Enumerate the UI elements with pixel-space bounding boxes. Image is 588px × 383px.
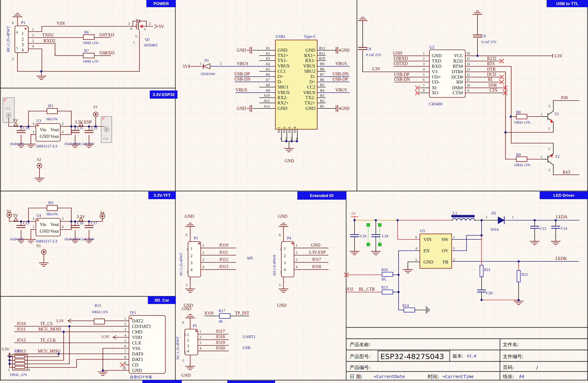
label-cts: CTS <box>489 88 497 93</box>
label-b7: B7 <box>320 72 324 76</box>
label-c20: C20 <box>486 291 493 295</box>
label-4: 4 <box>415 247 417 250</box>
component-R9[interactable] <box>516 157 527 161</box>
label-s3: S3 <box>7 209 11 214</box>
label-vin: VIN <box>57 21 65 26</box>
label-: 页码: <box>503 364 514 370</box>
component-R12[interactable] <box>517 270 520 282</box>
label-: 版本: <box>453 353 463 359</box>
label-q1: Q1 <box>145 37 150 42</box>
label-r232: R232 <box>453 58 463 64</box>
label-a4: A4 <box>519 374 524 379</box>
power-arrow-icon <box>154 24 158 28</box>
label-vin: Vin <box>40 127 46 132</box>
selection-handle[interactable] <box>378 243 381 246</box>
label-jo20: JO20 <box>216 346 225 350</box>
label-4: 4 <box>284 267 286 272</box>
component-JP1[interactable] <box>47 109 57 114</box>
label-hc-125-4pwt: HC-1.25-4PWT <box>176 337 180 360</box>
label-jo17: JO17 <box>216 329 225 334</box>
label-5: 5 <box>187 271 188 274</box>
label-cd: CD <box>132 362 138 367</box>
component-RN1-r2[interactable] <box>15 359 25 361</box>
label-4: 4 <box>62 130 64 134</box>
pin1-marker <box>25 28 26 30</box>
label-tfclk: TF_CLK <box>40 338 56 342</box>
label-1: 1 <box>200 62 201 65</box>
component-RN1-r1[interactable] <box>15 356 25 358</box>
component-R13[interactable] <box>382 290 393 294</box>
component-R6[interactable] <box>83 35 94 40</box>
label-4: 4 <box>296 137 297 140</box>
label-vout: Vout <box>50 127 59 132</box>
label-dcd: DCD <box>487 72 496 77</box>
label-c13: C13 <box>540 226 546 230</box>
component-R15[interactable] <box>94 319 105 324</box>
label-vbus: VBUS <box>303 90 315 95</box>
label-2: 2 <box>296 251 297 254</box>
junction-dot <box>9 356 11 358</box>
label-b8: B8 <box>320 67 324 71</box>
label-r232: R232 <box>487 56 496 61</box>
label-a5: A5 <box>266 67 270 71</box>
label-p2: P2 <box>194 236 198 240</box>
label-currentdate: =CurrentDate <box>374 374 405 379</box>
label-gnd: GND <box>285 158 294 163</box>
wire <box>548 161 553 165</box>
label-d-: D- <box>311 74 315 79</box>
label-2: 2 <box>62 122 64 126</box>
component-RN1-r4[interactable] <box>15 366 25 369</box>
label-5: 5 <box>12 57 14 61</box>
label-1: 1 <box>284 246 286 251</box>
label-p3: P3 <box>193 324 197 328</box>
component-JP2[interactable] <box>47 205 57 211</box>
selection-handle[interactable] <box>367 223 370 226</box>
gnd-port-dot <box>248 50 249 51</box>
label-6: 6 <box>16 30 18 34</box>
label-5v: 5V <box>159 24 164 29</box>
label-3: 3 <box>284 261 286 265</box>
label-vss: VSS <box>132 346 140 351</box>
label-1: 1 <box>541 113 542 116</box>
label-dsr#: DSR# <box>452 85 463 90</box>
label-2: 2 <box>548 147 550 151</box>
component-R7[interactable] <box>83 53 94 58</box>
label-jo13: JO13 <box>219 264 228 269</box>
component-P4[interactable] <box>281 242 294 277</box>
symbol-path <box>140 25 143 28</box>
component-R10[interactable] <box>382 272 393 276</box>
label-6: 6 <box>12 21 14 25</box>
label-3: 3 <box>548 104 550 108</box>
component-P3[interactable] <box>185 329 198 355</box>
label-10: 10 <box>123 366 126 370</box>
junction-dot <box>375 219 377 222</box>
selection-handle[interactable] <box>378 223 381 226</box>
component-RN1-r3[interactable] <box>15 363 25 365</box>
label-3: 3 <box>124 328 126 332</box>
label-2: 2 <box>21 37 24 42</box>
label-gnd: GND <box>340 48 350 53</box>
label-3: 3 <box>32 39 34 43</box>
component-L1-bar[interactable] <box>452 215 474 217</box>
label-5v: 5V <box>13 118 18 123</box>
label-jp1: JP1 <box>48 104 53 108</box>
label-r17: R17 <box>219 309 225 313</box>
section-banner-label: LED Driver <box>553 193 574 198</box>
component-R14[interactable] <box>404 308 415 312</box>
component-R11[interactable] <box>480 265 483 277</box>
component-R17[interactable] <box>219 314 230 318</box>
label-tx1-: TX1- <box>277 58 287 63</box>
label-u2: U2 <box>429 45 434 49</box>
junction-dot <box>74 221 76 223</box>
pin1-marker <box>130 318 132 319</box>
selection-handle[interactable] <box>367 243 370 246</box>
component-P2[interactable] <box>188 242 201 277</box>
label-10k5: 10KΩ ±5% <box>91 310 108 314</box>
component-R8[interactable] <box>516 114 527 119</box>
label-vin: VIN <box>423 237 432 242</box>
junction-dot <box>102 369 104 372</box>
label-hc-125-4pwt: HC-1.25-4PWT <box>6 26 11 52</box>
label-a4: A4 <box>266 62 270 66</box>
label-: 产品名称: <box>350 342 371 347</box>
mount-hole-dot <box>105 128 107 130</box>
